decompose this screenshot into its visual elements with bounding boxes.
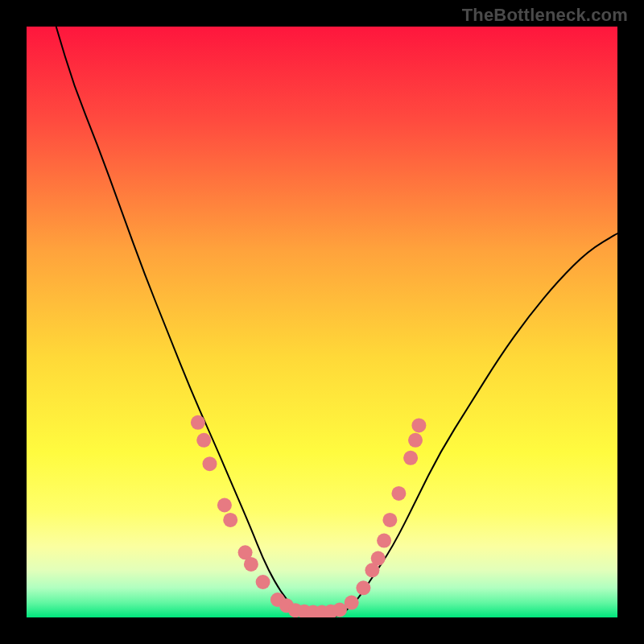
- curve-layer: [27, 27, 617, 617]
- plot-area: [27, 27, 617, 617]
- data-dot: [403, 451, 418, 465]
- data-dot: [256, 575, 270, 589]
- data-dot: [356, 580, 370, 595]
- watermark-text: TheBottleneck.com: [462, 5, 628, 26]
- data-dot: [191, 415, 205, 430]
- data-dot: [203, 456, 217, 471]
- data-dot: [244, 557, 258, 572]
- bottleneck-curve: [56, 27, 617, 617]
- data-dot: [345, 596, 359, 610]
- data-dot: [223, 513, 237, 527]
- data-dot: [411, 418, 426, 432]
- data-dot: [217, 498, 232, 513]
- data-dots: [191, 415, 427, 617]
- data-dot: [377, 534, 391, 548]
- chart-frame: TheBottleneck.com: [0, 0, 644, 644]
- data-dot: [371, 551, 386, 566]
- data-dot: [408, 433, 423, 448]
- data-dot: [391, 486, 406, 501]
- data-dot: [382, 513, 397, 527]
- data-dot: [196, 433, 211, 448]
